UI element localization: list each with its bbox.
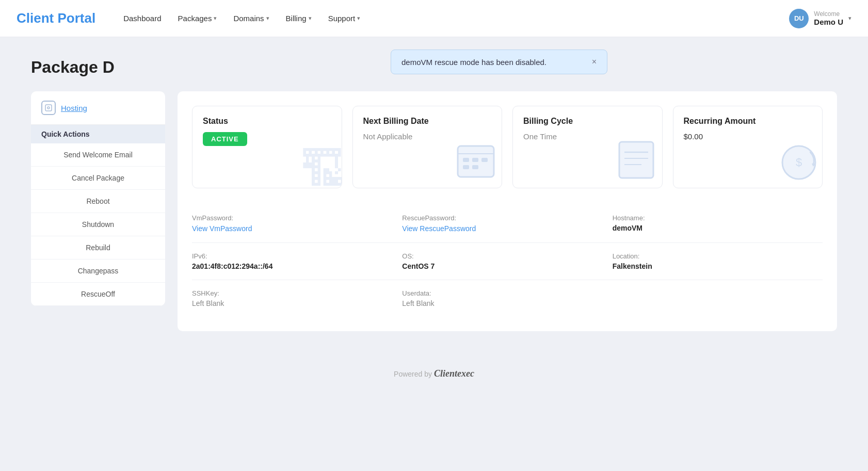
field-userdata: Userdata: Left Blank: [402, 280, 612, 317]
next-billing-value: Not Applicable: [363, 132, 492, 141]
field-ipv6: IPv6: 2a01:4f8:c012:294a::/64: [192, 243, 402, 280]
status-card-title: Status: [203, 117, 331, 126]
navbar: Client Portal Dashboard Packages ▾ Domai…: [0, 0, 868, 37]
powered-by-text: Powered by: [394, 370, 432, 378]
nav-support-label: Support: [328, 14, 356, 23]
rescue-password-label: RescuePassword:: [402, 214, 600, 222]
billing-cycle-bg-icon: [613, 137, 660, 188]
sidebar-item-rebuild[interactable]: Rebuild: [31, 236, 165, 259]
nav-dashboard[interactable]: Dashboard: [116, 10, 168, 27]
sidebar-item-shutdown[interactable]: Shutdown: [31, 213, 165, 236]
close-button[interactable]: ×: [592, 57, 597, 67]
next-billing-card: Next Billing Date Not Applicable: [352, 106, 503, 188]
user-name: Demo U: [814, 18, 843, 26]
recurring-amount-bg-icon: $: [773, 137, 819, 188]
sidebar-item-send-welcome-email[interactable]: Send Welcome Email: [31, 143, 165, 167]
sidebar-item-changepass[interactable]: Changepass: [31, 259, 165, 283]
nav-billing-label: Billing: [286, 14, 307, 23]
brand: Client Portal: [17, 10, 95, 26]
ipv6-value: 2a01:4f8:c012:294a::/64: [192, 262, 390, 270]
os-value: CentOS 7: [402, 262, 600, 270]
billing-chevron-icon: ▾: [309, 15, 312, 22]
footer: Powered by Clientexec: [0, 352, 868, 396]
sshkey-value: Left Blank: [192, 299, 390, 307]
field-os: OS: CentOS 7: [402, 243, 612, 280]
detail-fields: VmPassword: View VmPassword RescuePasswo…: [192, 205, 823, 317]
sidebar-item-rescue-off[interactable]: RescueOff: [31, 283, 165, 306]
svg-point-13: [782, 146, 815, 179]
user-chevron-icon: ▾: [848, 15, 851, 22]
send-welcome-email-label: Send Welcome Email: [63, 151, 133, 159]
billing-cycle-title: Billing Cycle: [523, 117, 652, 126]
svg-rect-6: [481, 158, 488, 162]
field-rescue-password: RescuePassword: View RescuePassword: [402, 205, 612, 243]
nav-packages[interactable]: Packages ▾: [171, 10, 224, 27]
recurring-amount-card: Recurring Amount $0.00 $: [673, 106, 823, 188]
field-vm-password: VmPassword: View VmPassword: [192, 205, 402, 243]
sidebar-hosting-section: Hosting: [31, 91, 165, 125]
footer-brand: Clientexec: [434, 368, 474, 379]
svg-point-1: [47, 107, 50, 109]
hostname-value: demoVM: [613, 224, 810, 232]
rescue-password-value[interactable]: View RescuePassword: [402, 224, 476, 233]
shutdown-label: Shutdown: [82, 220, 114, 229]
status-bg-icon: 🏗: [300, 147, 342, 188]
field-location: Location: Falkenstein: [613, 243, 823, 280]
svg-rect-7: [463, 165, 469, 169]
svg-rect-4: [463, 158, 469, 162]
user-info: Welcome Demo U: [814, 10, 843, 26]
welcome-text: Welcome: [814, 10, 843, 18]
detail-panel: Status ACTIVE 🏗 Next Billing Date Not Ap…: [178, 91, 837, 331]
cancel-package-label: Cancel Package: [72, 174, 124, 182]
recurring-amount-title: Recurring Amount: [684, 117, 812, 126]
svg-rect-9: [619, 142, 653, 178]
hosting-link[interactable]: Hosting: [61, 104, 87, 112]
sshkey-label: SSHKey:: [192, 289, 390, 297]
hosting-icon: [41, 101, 56, 115]
sidebar-item-cancel-package[interactable]: Cancel Package: [31, 167, 165, 190]
quick-actions-title: Quick Actions: [31, 125, 165, 143]
vm-password-label: VmPassword:: [192, 214, 390, 222]
sidebar: Hosting Quick Actions Send Welcome Email…: [31, 91, 165, 306]
status-badge: ACTIVE: [203, 132, 247, 146]
location-label: Location:: [613, 252, 810, 260]
svg-text:$: $: [796, 156, 802, 169]
notification-message: demoVM rescue mode has been disabled.: [401, 58, 546, 67]
nav-domains[interactable]: Domains ▾: [226, 10, 276, 27]
field-sshkey: SSHKey: Left Blank: [192, 280, 402, 317]
field-hostname: Hostname: demoVM: [613, 205, 823, 243]
packages-chevron-icon: ▾: [214, 15, 217, 22]
hostname-label: Hostname:: [613, 214, 810, 222]
user-menu[interactable]: DU Welcome Demo U ▾: [789, 9, 851, 28]
billing-cycle-card: Billing Cycle One Time: [512, 106, 663, 188]
svg-rect-0: [45, 105, 52, 111]
userdata-value: Left Blank: [402, 299, 600, 307]
rebuild-label: Rebuild: [86, 243, 110, 252]
main-content: demoVM rescue mode has been disabled. × …: [0, 37, 868, 352]
status-cards: Status ACTIVE 🏗 Next Billing Date Not Ap…: [192, 106, 823, 188]
support-chevron-icon: ▾: [357, 15, 360, 22]
svg-rect-8: [472, 165, 478, 169]
svg-rect-2: [458, 146, 494, 177]
reboot-label: Reboot: [86, 197, 109, 205]
next-billing-bg-icon: [453, 138, 499, 188]
nav-domains-label: Domains: [233, 14, 264, 23]
ipv6-label: IPv6:: [192, 252, 390, 260]
nav-billing[interactable]: Billing ▾: [279, 10, 319, 27]
nav-support[interactable]: Support ▾: [321, 10, 368, 27]
nav-packages-label: Packages: [178, 14, 212, 23]
rescue-off-label: RescueOff: [81, 290, 115, 298]
changepass-label: Changepass: [78, 267, 119, 275]
avatar: DU: [789, 9, 809, 28]
nav-dashboard-label: Dashboard: [123, 14, 161, 23]
location-value: Falkenstein: [613, 262, 810, 270]
userdata-label: Userdata:: [402, 289, 600, 297]
sidebar-item-reboot[interactable]: Reboot: [31, 190, 165, 213]
svg-rect-5: [472, 158, 478, 162]
status-card: Status ACTIVE 🏗: [192, 106, 342, 188]
billing-cycle-value: One Time: [523, 132, 652, 141]
vm-password-value[interactable]: View VmPassword: [192, 224, 252, 233]
domains-chevron-icon: ▾: [266, 15, 269, 22]
os-label: OS:: [402, 252, 600, 260]
recurring-amount-value: $0.00: [684, 132, 812, 141]
